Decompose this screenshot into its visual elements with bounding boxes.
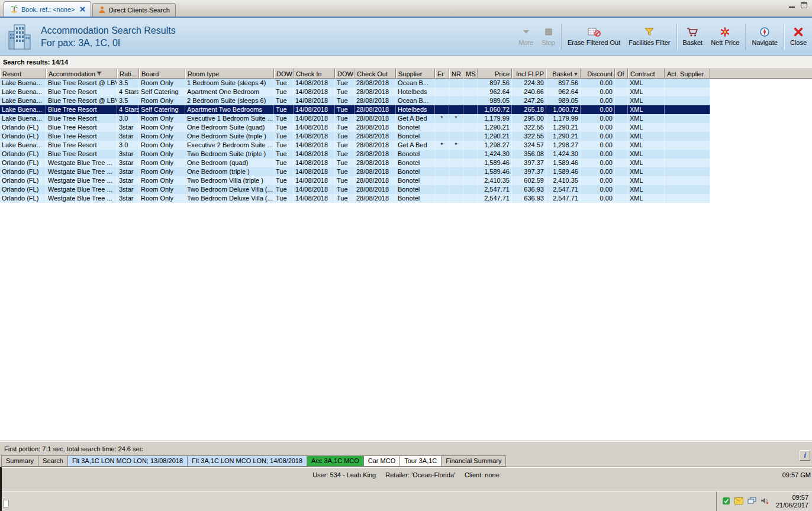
taskbar-date: 21/06/2017 — [776, 502, 808, 509]
table-row[interactable]: Orlando (FL)Westgate Blue Tree ...3starR… — [0, 185, 710, 194]
cell: 322.55 — [512, 123, 546, 132]
tab-close-icon[interactable] — [80, 7, 85, 12]
column-header-dow[interactable]: DOW — [274, 69, 294, 79]
bottom-tab-flt-3a-1c-lon-mco-lon-14-08-2018[interactable]: Flt 3A,1C LON MCO LON; 14/08/2018 — [188, 455, 307, 467]
taskbar-clock[interactable]: 09:57 21/06/2017 — [776, 494, 808, 509]
cell: Orlando (FL) — [0, 159, 46, 167]
window-tab-strip: Book. ref.: <none> Direct Clients Search — [0, 0, 812, 17]
cell — [463, 132, 478, 141]
cell: 0.00 — [581, 114, 615, 123]
cell: Bonotel — [396, 132, 435, 141]
info-button[interactable]: i — [800, 450, 810, 461]
bottom-tab-tour-3a-1c[interactable]: Tour 3A,1C — [400, 455, 442, 467]
cell: 1,060.72 — [478, 105, 512, 114]
table-row[interactable]: Orlando (FL)Blue Tree Resort3starRoom On… — [0, 150, 710, 159]
column-header-accommodation[interactable]: Accommodation — [46, 69, 117, 79]
cell — [665, 167, 710, 176]
column-header-act-supplier[interactable]: Act. Supplier — [665, 69, 710, 79]
cell: 3star — [117, 159, 139, 167]
cell: 14/08/2018 — [294, 88, 335, 96]
bottom-tab-car-mco[interactable]: Car MCO — [364, 455, 400, 467]
cell: 14/08/2018 — [294, 105, 335, 114]
cell: Orlando (FL) — [0, 185, 46, 194]
column-header-nr[interactable]: NR — [449, 69, 463, 79]
table-row[interactable]: Orlando (FL)Blue Tree Resort3starRoom On… — [0, 132, 710, 141]
table-row[interactable]: Lake Buena...Blue Tree Resort3.0Room Onl… — [0, 141, 710, 150]
table-row[interactable]: Orlando (FL)Westgate Blue Tree ...3starR… — [0, 159, 710, 167]
table-row[interactable]: Lake Buena...Blue Tree Resort3.0Room Onl… — [0, 114, 710, 123]
table-row[interactable]: Lake Buena...Blue Tree Resort4 StarsSelf… — [0, 105, 710, 114]
column-header-price[interactable]: Price — [478, 69, 512, 79]
cell: 1 Bedroom Suite (sleeps 4) — [185, 79, 274, 88]
column-header-board[interactable]: Board — [139, 69, 185, 79]
desktop-gap — [0, 482, 812, 491]
erase-filtered-icon — [588, 25, 601, 37]
navigate-button[interactable]: Navigate — [747, 23, 781, 50]
cell — [665, 114, 710, 123]
maximize-icon[interactable] — [801, 2, 807, 8]
taskbar-item[interactable] — [3, 500, 9, 507]
bottom-tab-financial-summary[interactable]: Financial Summary — [442, 455, 506, 467]
cell: 3.5 — [117, 96, 139, 105]
cell: 2,410.35 — [546, 176, 581, 185]
stop-button[interactable]: Stop — [537, 23, 559, 50]
table-row[interactable]: Orlando (FL)Blue Tree Resort3starRoom On… — [0, 123, 710, 132]
cell — [435, 176, 449, 185]
column-header-discount[interactable]: Discount — [581, 69, 615, 79]
cell: XML — [628, 105, 665, 114]
cell: Two Bedroom Suite (triple ) — [185, 150, 274, 159]
cell: 2,547.71 — [478, 194, 512, 203]
column-header-resort[interactable]: Resort — [0, 69, 46, 79]
cell: Tue — [335, 167, 355, 176]
bottom-tab-search[interactable]: Search — [38, 455, 68, 467]
volume-icon[interactable] — [761, 497, 769, 506]
bottom-tab-summary[interactable]: Summary — [1, 455, 38, 467]
basket-button[interactable]: Basket — [679, 23, 707, 50]
cell: Tue — [274, 150, 294, 159]
cell: Room Only — [139, 114, 185, 123]
column-header-rati-[interactable]: Rati... — [117, 69, 139, 79]
table-row[interactable]: Lake Buena...Blue Tree Resort @ LBV3.5Ro… — [0, 79, 710, 88]
cell: 1,298.27 — [478, 141, 512, 150]
app-check-icon[interactable] — [722, 497, 730, 506]
minimize-icon[interactable] — [789, 7, 795, 8]
column-header-basket[interactable]: Basket — [546, 69, 581, 79]
column-header-check-out[interactable]: Check Out — [355, 69, 396, 79]
facilities-filter-button[interactable]: Facilities Filter — [624, 23, 674, 50]
network-icon[interactable] — [747, 497, 756, 506]
cell: Blue Tree Resort — [46, 105, 117, 114]
tab-direct-clients-search[interactable]: Direct Clients Search — [92, 3, 176, 17]
cell: Executive 1 Bedroom Suite ... — [185, 114, 274, 123]
table-row[interactable]: Orlando (FL)Westgate Blue Tree ...3starR… — [0, 194, 710, 203]
cell: 14/08/2018 — [294, 167, 335, 176]
mail-icon[interactable] — [734, 497, 743, 506]
column-header-check-in[interactable]: Check In — [294, 69, 335, 79]
close-button[interactable]: Close — [786, 23, 811, 50]
column-header-room-type[interactable]: Room type — [185, 69, 274, 79]
table-row[interactable]: Lake Buena...Blue Tree Resort @ LBV3.5Ro… — [0, 96, 710, 105]
cell — [449, 123, 463, 132]
cell: Apartment Two Bedrooms — [185, 105, 274, 114]
erase-filtered-out-button[interactable]: Erase Filtered Out — [563, 23, 624, 50]
bottom-tab-acc-3a-1c-mco[interactable]: Acc 3A,1C MCO — [307, 455, 364, 467]
column-header-incl-fl-pp[interactable]: Incl.Fl.PP — [512, 69, 546, 79]
table-row[interactable]: Orlando (FL)Westgate Blue Tree ...3starR… — [0, 167, 710, 176]
table-row[interactable]: Orlando (FL)Westgate Blue Tree ...3starR… — [0, 176, 710, 185]
column-header-of[interactable]: Of — [615, 69, 628, 79]
cell — [463, 167, 478, 176]
cell: XML — [628, 176, 665, 185]
column-header-dow[interactable]: DOW — [335, 69, 355, 79]
column-header-er[interactable]: Er — [435, 69, 449, 79]
column-header-ms[interactable]: MS — [463, 69, 478, 79]
tab-booking-ref[interactable]: Book. ref.: <none> — [4, 1, 91, 17]
more-button[interactable]: More — [514, 23, 537, 50]
bottom-tab-flt-3a-1c-lon-mco-lon-13-08-2018[interactable]: Flt 3A,1C LON MCO LON; 13/08/2018 — [68, 455, 188, 467]
column-header-contract[interactable]: Contract — [628, 69, 665, 79]
column-header-supplier[interactable]: Supplier — [396, 69, 435, 79]
cell: Room Only — [139, 167, 185, 176]
table-row[interactable]: Lake Buena...Blue Tree Resort4 StarsSelf… — [0, 88, 710, 96]
cell: 2,410.35 — [478, 176, 512, 185]
toolbar-separator — [784, 24, 784, 50]
cell: Bonotel — [396, 159, 435, 167]
nett-price-button[interactable]: Nett Price — [707, 23, 743, 50]
